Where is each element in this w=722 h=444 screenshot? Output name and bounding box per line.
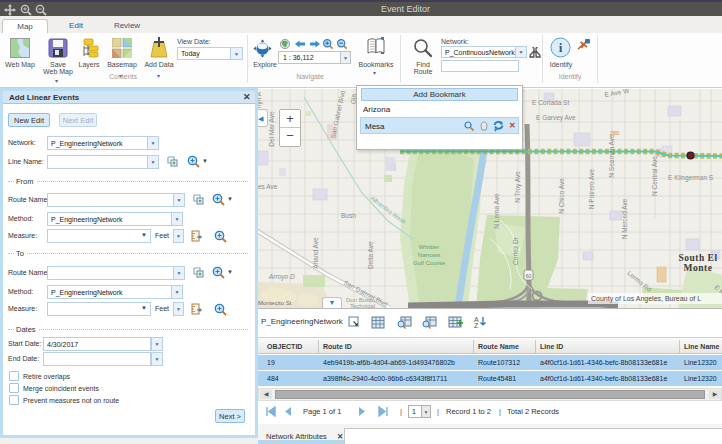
svg-text:Z: Z: [474, 322, 479, 329]
svg-text:Bush: Bush: [341, 212, 356, 219]
svg-text:E Garvey Ave: E Garvey Ave: [536, 114, 576, 122]
svg-text:N Chico Ave: N Chico Ave: [558, 178, 565, 214]
svg-text:es Ave: es Ave: [258, 183, 278, 190]
svg-text:Narrows: Narrows: [418, 252, 440, 258]
svg-text:Montecito St: Montecito St: [258, 300, 292, 306]
svg-text:County of Los Angeles, Bureau: County of Los Angeles, Bureau of L: [591, 295, 701, 303]
svg-text:Delta Ave: Delta Ave: [367, 241, 374, 269]
svg-text:N Seaman Ave: N Seaman Ave: [608, 134, 615, 178]
svg-text:260: 260: [610, 130, 619, 136]
svg-text:Golf Course: Golf Course: [413, 260, 446, 266]
svg-text:rlyn A: rlyn A: [258, 91, 263, 108]
svg-text:Monte: Monte: [684, 263, 713, 273]
svg-text:Arroyo D: Arroyo D: [268, 273, 295, 281]
svg-text:Del Mar Ave: Del Mar Ave: [268, 111, 275, 147]
svg-text:South El: South El: [678, 253, 717, 263]
svg-text:N Central Ave: N Central Ave: [651, 156, 658, 196]
svg-text:E Ave W: E Ave W: [604, 89, 630, 98]
svg-text:60: 60: [526, 273, 532, 279]
svg-text:Cortez Dr: Cortez Dr: [512, 236, 519, 265]
svg-text:Whittier: Whittier: [419, 244, 439, 250]
svg-text:E Klingerman S: E Klingerman S: [668, 174, 714, 182]
svg-text:i: i: [559, 40, 563, 55]
svg-text:Arland Ave: Arland Ave: [312, 237, 319, 269]
svg-text:N Potrero Ave: N Potrero Ave: [588, 168, 595, 209]
svg-text:N Troy Ave: N Troy Ave: [514, 171, 522, 203]
svg-text:N Merced Ave: N Merced Ave: [621, 198, 628, 239]
svg-text:N Lema Ave: N Lema Ave: [493, 193, 500, 229]
svg-text:E Cortada St: E Cortada St: [532, 99, 569, 106]
